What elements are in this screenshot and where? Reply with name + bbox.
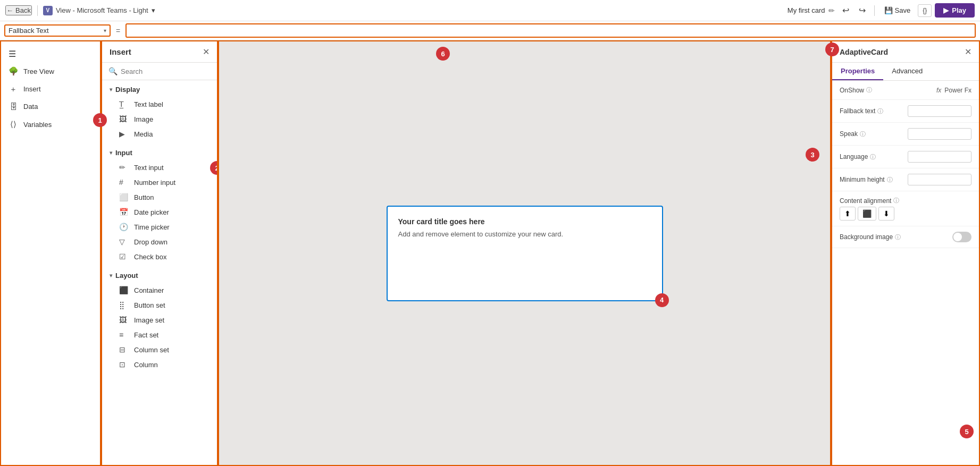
topbar: ← Back V View - Microsoft Teams - Light … [0, 0, 980, 21]
search-icon: 🔍 [108, 67, 118, 75]
back-icon: ← [6, 6, 13, 14]
insert-item-drop-down[interactable]: ▽ Drop down [102, 234, 217, 249]
formula-select-value: Fallback Text [9, 27, 49, 35]
insert-section-display: ▾ Display T̲ Text label 🖼 Image ▶ Media [102, 80, 217, 143]
insert-item-time-picker[interactable]: 🕐 Time picker [102, 219, 217, 234]
badge-6: 6 [436, 47, 450, 61]
insert-item-column[interactable]: ⊡ Column [102, 357, 217, 372]
layout-section-header[interactable]: ▾ Layout [102, 268, 217, 283]
min-height-info-icon: ⓘ [887, 176, 893, 184]
background-image-row: Background image ⓘ [832, 226, 979, 248]
insert-item-button[interactable]: ⬜ Button [102, 190, 217, 205]
insert-item-media[interactable]: ▶ Media [102, 126, 217, 141]
language-label: Language ⓘ [840, 153, 876, 161]
card-preview: Your card title goes here Add and remove… [387, 206, 663, 301]
insert-item-text-label[interactable]: T̲ Text label [102, 97, 217, 112]
teams-icon: V [43, 6, 53, 15]
insert-item-text-input[interactable]: ✏ Text input [102, 160, 217, 175]
sidebar-item-variables[interactable]: ⟨⟩ Variables [1, 115, 100, 133]
formula-select[interactable]: Fallback Text ▾ [4, 24, 111, 37]
min-height-input[interactable] [908, 174, 971, 185]
undo-button[interactable]: ↩ [839, 3, 852, 18]
formula-bar: Fallback Text ▾ = [0, 21, 980, 40]
language-input[interactable] [908, 151, 971, 163]
time-picker-icon: 🕐 [119, 223, 129, 231]
speak-row: Speak ⓘ [832, 123, 979, 146]
speak-info-icon: ⓘ [860, 130, 866, 138]
display-section-header[interactable]: ▾ Display [102, 82, 217, 97]
content-align-info-icon: ⓘ [893, 197, 899, 205]
insert-item-fact-set[interactable]: ≡ Fact set [102, 327, 217, 342]
insert-item-container[interactable]: ⬛ Container [102, 283, 217, 298]
image-text: Image [134, 115, 153, 123]
column-set-icon: ⊟ [119, 345, 129, 354]
code-button[interactable]: {} [918, 4, 932, 17]
media-text: Media [134, 130, 153, 138]
back-button[interactable]: ← Back [5, 5, 32, 15]
sidebar-item-insert[interactable]: + Insert [1, 80, 100, 98]
canvas-area[interactable]: 3 Your card title goes here Add and remo… [218, 40, 831, 466]
container-text: Container [134, 286, 164, 294]
text-input-text: Text input [134, 164, 164, 172]
insert-item-check-box[interactable]: ☑ Check box [102, 249, 217, 264]
insert-item-column-set[interactable]: ⊟ Column set [102, 342, 217, 357]
content-alignment-label: Content alignment ⓘ [840, 197, 971, 205]
check-box-icon: ☑ [119, 252, 129, 261]
insert-item-date-picker[interactable]: 📅 Date picker [102, 205, 217, 219]
insert-close-button[interactable]: ✕ [203, 47, 210, 57]
insert-item-image[interactable]: 🖼 Image [102, 112, 217, 126]
text-label-text: Text label [134, 100, 163, 108]
hamburger-menu[interactable]: ☰ [1, 46, 100, 62]
insert-item-image-set[interactable]: 🖼 Image set [102, 312, 217, 327]
right-panel-tabs: Properties Advanced [832, 63, 979, 81]
sidebar-data-label: Data [23, 103, 38, 111]
media-icon: ▶ [119, 130, 129, 138]
insert-item-button-set[interactable]: ⣿ Button set [102, 298, 217, 312]
left-sidebar: ☰ 🌳 Tree View + Insert 🗄 Data ⟨⟩ Variabl… [0, 40, 101, 466]
badge-1: 1 [93, 113, 107, 127]
language-info-icon: ⓘ [870, 153, 876, 161]
align-bottom-button[interactable]: ⬇ [878, 207, 894, 221]
redo-button[interactable]: ↪ [856, 3, 869, 18]
background-image-toggle[interactable] [952, 232, 971, 242]
align-center-button[interactable]: ⬛ [858, 207, 876, 221]
right-panel-close-button[interactable]: ✕ [965, 47, 971, 57]
sidebar-item-tree-view[interactable]: 🌳 Tree View [1, 62, 100, 80]
app-dropdown-arrow[interactable]: ▾ [152, 6, 155, 14]
background-image-info-icon: ⓘ [895, 233, 901, 241]
image-set-icon: 🖼 [119, 316, 129, 324]
edit-card-name-icon[interactable]: ✏ [828, 6, 835, 15]
align-buttons: ⬆ ⬛ ⬇ [840, 207, 971, 221]
formula-input[interactable] [125, 23, 976, 38]
drop-down-text: Drop down [134, 238, 167, 246]
right-panel-header: AdaptiveCard ✕ [832, 41, 979, 63]
time-picker-text: Time picker [134, 223, 170, 231]
search-box: 🔍 [102, 63, 217, 80]
play-label: Play [952, 6, 966, 14]
display-label: Display [115, 86, 140, 94]
tab-advanced[interactable]: Advanced [883, 63, 931, 80]
tab-properties[interactable]: Properties [832, 63, 883, 80]
sidebar-item-data[interactable]: 🗄 Data [1, 98, 100, 115]
back-label: Back [15, 6, 31, 14]
button-set-icon: ⣿ [119, 301, 129, 309]
text-input-icon: ✏ [119, 163, 129, 172]
search-input[interactable] [121, 67, 211, 75]
right-panel: AdaptiveCard ✕ Properties Advanced OnSho… [831, 40, 980, 466]
min-height-row: Minimum height ⓘ [832, 168, 979, 191]
number-input-icon: # [119, 178, 129, 187]
check-box-text: Check box [134, 253, 166, 261]
speak-input[interactable] [908, 128, 971, 140]
input-section-header[interactable]: ▾ Input [102, 146, 217, 160]
card-title: Your card title goes here [398, 217, 651, 226]
fallback-text-input[interactable] [908, 105, 971, 117]
onshow-row: OnShow ⓘ fx Power Fx [832, 81, 979, 100]
insert-item-number-input[interactable]: # Number input [102, 175, 217, 190]
fact-set-text: Fact set [134, 331, 158, 339]
insert-panel: Insert ✕ 🔍 ▾ Display T̲ Text label 🖼 Ima… [101, 40, 218, 466]
play-button[interactable]: ▶ Play [935, 3, 975, 18]
align-top-button[interactable]: ⬆ [840, 207, 856, 221]
onshow-label: OnShow ⓘ [840, 86, 872, 94]
save-button[interactable]: 💾 Save [880, 4, 915, 16]
insert-section-input: ▾ Input ✏ Text input # Number input ⬜ Bu… [102, 143, 217, 266]
